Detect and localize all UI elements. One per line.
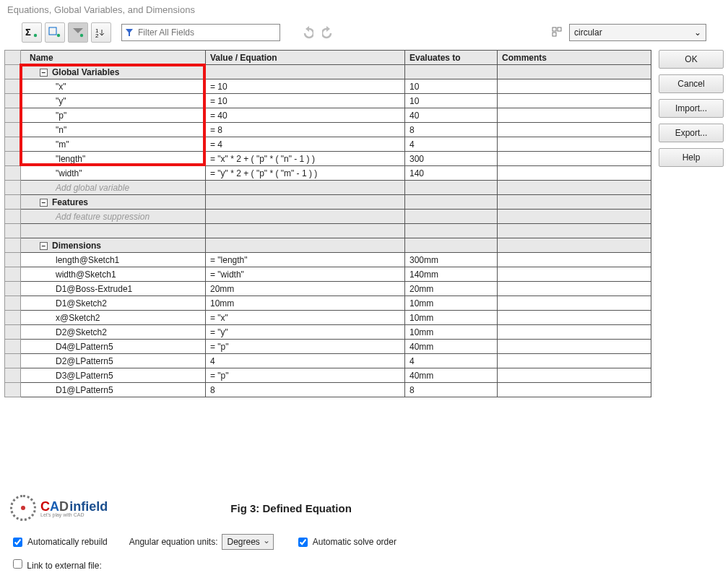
table-row[interactable]: length@Sketch1= "length"300mm (5, 253, 651, 267)
table-row[interactable]: Add feature suppression (5, 210, 651, 224)
cell[interactable] (405, 238, 498, 253)
cell[interactable]: 10mm (405, 296, 498, 311)
cell[interactable] (498, 224, 651, 238)
cell[interactable]: width@Sketch1 (21, 267, 206, 282)
section-header[interactable]: −Dimensions (21, 238, 206, 253)
cell[interactable]: "x" (21, 79, 206, 94)
cell[interactable]: "y" (21, 94, 206, 108)
cell[interactable]: = 10 (206, 79, 405, 94)
cell[interactable]: 10 (405, 79, 498, 94)
sketch-view-icon[interactable] (45, 22, 65, 43)
cell[interactable] (206, 224, 405, 238)
table-row[interactable]: D2@Sketch2= "y"10mm (5, 325, 651, 340)
cell[interactable]: "m" (21, 137, 206, 152)
cell[interactable] (498, 354, 651, 368)
table-row[interactable]: "width"= "y" * 2 + ( "p" * ( "m" - 1 ) )… (5, 166, 651, 181)
table-row[interactable]: D1@Sketch210mm10mm (5, 296, 651, 311)
cell[interactable] (206, 210, 405, 224)
cell[interactable] (498, 340, 651, 354)
table-row[interactable]: D4@LPattern5= "p"40mm (5, 340, 651, 354)
cell[interactable] (498, 65, 651, 79)
cell[interactable] (405, 195, 498, 210)
cancel-button[interactable]: Cancel (659, 74, 724, 93)
cell[interactable]: x@Sketch2 (21, 311, 206, 325)
cell[interactable] (498, 267, 651, 282)
cell[interactable]: 20mm (206, 282, 405, 296)
auto-solve-checkbox[interactable]: Automatic solve order (295, 535, 396, 549)
cell[interactable]: = "p" (206, 340, 405, 354)
cell[interactable]: = 40 (206, 108, 405, 123)
cell[interactable]: 140 (405, 166, 498, 181)
table-row[interactable]: "n"= 88 (5, 123, 651, 137)
add-feature-placeholder[interactable]: Add feature suppression (21, 210, 206, 224)
cell[interactable]: D2@LPattern5 (21, 354, 206, 368)
col-comments[interactable]: Comments (498, 51, 651, 65)
section-header[interactable]: −Global Variables (21, 65, 206, 79)
cell[interactable]: 300 (405, 152, 498, 166)
table-row[interactable]: width@Sketch1= "width"140mm (5, 267, 651, 282)
cell[interactable]: 10mm (405, 311, 498, 325)
cell[interactable]: "n" (21, 123, 206, 137)
cell[interactable] (206, 181, 405, 195)
cell[interactable] (498, 296, 651, 311)
cell[interactable] (206, 238, 405, 253)
cell[interactable]: 8 (405, 123, 498, 137)
cell[interactable] (21, 224, 206, 238)
cell[interactable] (498, 282, 651, 296)
cell[interactable]: 40mm (405, 340, 498, 354)
table-row[interactable]: D1@LPattern588 (5, 383, 651, 397)
cell[interactable]: 300mm (405, 253, 498, 267)
angular-units-select[interactable]: Degrees (222, 534, 273, 550)
cell[interactable]: 20mm (405, 282, 498, 296)
cell[interactable]: = 8 (206, 123, 405, 137)
collapse-icon[interactable]: − (40, 69, 48, 77)
cell[interactable]: 40mm (405, 368, 498, 383)
cell[interactable] (498, 181, 651, 195)
table-row[interactable] (5, 224, 651, 238)
ordered-view-icon[interactable]: 12 (91, 22, 111, 43)
cell[interactable]: 4 (405, 137, 498, 152)
cell[interactable]: 10mm (206, 296, 405, 311)
help-button[interactable]: Help (659, 148, 724, 167)
cell[interactable]: = "x" * 2 + ( "p" * ( "n" - 1 ) ) (206, 152, 405, 166)
col-value[interactable]: Value / Equation (206, 51, 405, 65)
config-combo[interactable]: circular ⌄ (569, 24, 706, 41)
cell[interactable] (498, 166, 651, 181)
cell[interactable]: D2@Sketch2 (21, 325, 206, 340)
cell[interactable] (498, 368, 651, 383)
table-row[interactable]: "m"= 44 (5, 137, 651, 152)
undo-icon[interactable] (298, 24, 315, 41)
cell[interactable]: 8 (206, 383, 405, 397)
cell[interactable]: = "x" (206, 311, 405, 325)
cell[interactable]: "width" (21, 166, 206, 181)
cell[interactable]: length@Sketch1 (21, 253, 206, 267)
table-row[interactable]: "x"= 1010 (5, 79, 651, 94)
feature-view-icon[interactable] (68, 22, 88, 43)
section-header[interactable]: −Features (21, 195, 206, 210)
cell[interactable]: D3@LPattern5 (21, 368, 206, 383)
cell[interactable]: = "y" (206, 325, 405, 340)
export-button[interactable]: Export... (659, 124, 724, 142)
cell[interactable] (498, 94, 651, 108)
table-row[interactable]: D2@LPattern544 (5, 354, 651, 368)
cell[interactable] (498, 123, 651, 137)
cell[interactable] (498, 152, 651, 166)
col-eval[interactable]: Evaluates to (405, 51, 498, 65)
cell[interactable]: "length" (21, 152, 206, 166)
collapse-icon[interactable]: − (40, 242, 48, 250)
cell[interactable]: "p" (21, 108, 206, 123)
table-row[interactable]: D1@Boss-Extrude120mm20mm (5, 282, 651, 296)
cell[interactable] (206, 65, 405, 79)
cell[interactable]: 4 (405, 354, 498, 368)
cell[interactable] (405, 181, 498, 195)
cell[interactable] (498, 79, 651, 94)
col-name[interactable]: Name (21, 51, 206, 65)
link-external-checkbox[interactable]: Link to external file: (10, 561, 102, 571)
cell[interactable] (498, 311, 651, 325)
cell[interactable]: 10 (405, 94, 498, 108)
redo-icon[interactable] (321, 24, 338, 41)
sigma-view-icon[interactable]: Σ (22, 22, 42, 43)
ok-button[interactable]: OK (659, 50, 724, 69)
cell[interactable] (498, 137, 651, 152)
cell[interactable] (498, 325, 651, 340)
